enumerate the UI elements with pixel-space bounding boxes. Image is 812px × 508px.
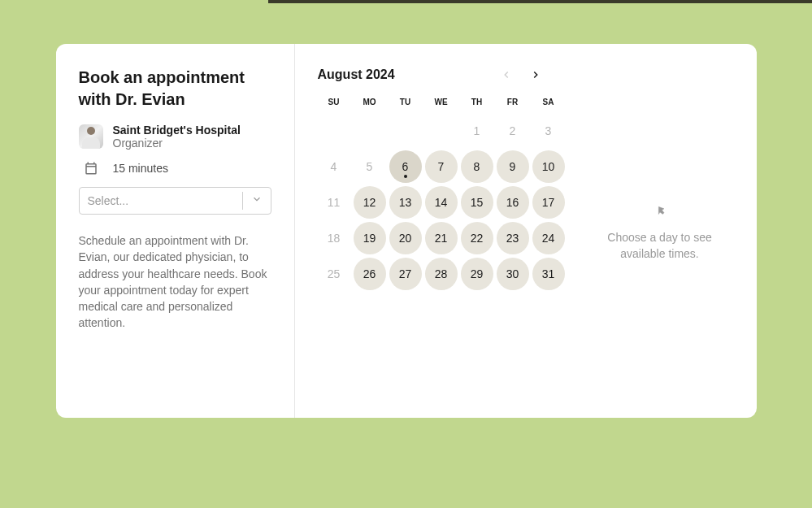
duration-text: 15 minutes <box>113 162 168 175</box>
day-cell: 5 <box>354 150 386 183</box>
day-cell[interactable]: 30 <box>497 258 529 290</box>
booking-card: Book an appointment with Dr. Evian Saint… <box>56 44 757 418</box>
next-month-button[interactable] <box>528 67 544 83</box>
calendar-panel: August 2024 SUMOTUWETHFRSA12345678910111… <box>295 44 563 418</box>
day-cell[interactable]: 8 <box>461 150 493 183</box>
day-cell[interactable]: 17 <box>532 186 565 219</box>
day-cell[interactable]: 23 <box>497 222 529 254</box>
timezone-select[interactable]: Select... <box>79 187 271 215</box>
day-header: SU <box>318 98 350 106</box>
page-title: Book an appointment with Dr. Evian <box>79 67 271 111</box>
click-cursor-icon <box>652 200 668 219</box>
day-cell[interactable]: 31 <box>532 258 565 290</box>
day-cell[interactable]: 19 <box>354 222 386 254</box>
chevron-right-icon <box>530 69 541 80</box>
prev-month-button[interactable] <box>498 67 515 83</box>
organizer-name: Saint Bridget's Hospital <box>113 124 241 137</box>
organizer-avatar <box>79 124 103 149</box>
day-cell[interactable]: 22 <box>461 222 493 254</box>
day-header: TU <box>389 98 422 106</box>
progress-fill <box>0 0 268 3</box>
day-header: FR <box>497 98 529 106</box>
calendar-header: August 2024 <box>318 67 550 83</box>
calendar-icon <box>79 161 103 176</box>
choose-day-text: Choose a day to see available times. <box>588 229 732 263</box>
day-header: WE <box>425 98 458 106</box>
day-cell[interactable]: 9 <box>497 150 529 183</box>
day-header: MO <box>354 98 386 106</box>
day-cell[interactable]: 15 <box>461 186 493 219</box>
day-cell-blank <box>318 115 350 147</box>
day-cell[interactable]: 29 <box>461 258 493 290</box>
day-cell: 1 <box>461 115 493 147</box>
day-cell-blank <box>389 115 422 147</box>
select-placeholder: Select... <box>88 194 242 207</box>
day-header: TH <box>461 98 493 106</box>
day-cell: 2 <box>497 115 529 147</box>
day-cell: 18 <box>318 222 350 254</box>
organizer-role: Organizer <box>113 137 241 150</box>
time-panel: Choose a day to see available times. <box>563 44 757 418</box>
calendar-grid: SUMOTUWETHFRSA12345678910111213141516171… <box>318 98 550 290</box>
month-year-label: August 2024 <box>318 67 395 82</box>
day-cell: 25 <box>318 258 350 290</box>
select-divider <box>242 192 243 210</box>
day-cell[interactable]: 24 <box>532 222 565 254</box>
day-cell[interactable]: 6 <box>389 150 422 183</box>
duration-row: 15 minutes <box>79 161 271 176</box>
day-cell: 4 <box>318 150 350 183</box>
day-cell-blank <box>425 115 458 147</box>
day-cell[interactable]: 14 <box>425 186 458 219</box>
chevron-left-icon <box>501 69 512 80</box>
chevron-down-icon <box>251 193 263 208</box>
details-panel: Book an appointment with Dr. Evian Saint… <box>56 44 295 418</box>
day-cell: 3 <box>532 115 565 147</box>
description-text: Schedule an appointment with Dr. Evian, … <box>79 232 271 332</box>
day-cell[interactable]: 28 <box>425 258 458 290</box>
day-cell[interactable]: 20 <box>389 222 422 254</box>
day-cell[interactable]: 7 <box>425 150 458 183</box>
day-cell-blank <box>354 115 386 147</box>
day-cell[interactable]: 12 <box>354 186 386 219</box>
day-cell: 11 <box>318 186 350 219</box>
day-cell[interactable]: 26 <box>354 258 386 290</box>
day-cell[interactable]: 16 <box>497 186 529 219</box>
day-cell[interactable]: 13 <box>389 186 422 219</box>
day-cell[interactable]: 21 <box>425 222 458 254</box>
day-header: SA <box>532 98 565 106</box>
day-cell[interactable]: 27 <box>389 258 422 290</box>
day-cell[interactable]: 10 <box>532 150 565 183</box>
organizer-row: Saint Bridget's Hospital Organizer <box>79 124 271 150</box>
